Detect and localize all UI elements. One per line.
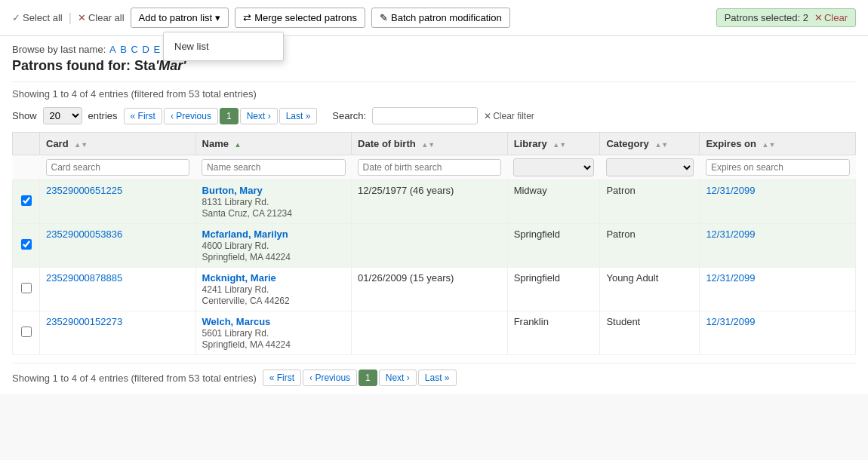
card-search-input[interactable] — [46, 159, 190, 176]
table-row: 23529000651225 Burton, Mary 8131 Library… — [13, 180, 856, 224]
card-link-1[interactable]: 23529000053836 — [46, 228, 122, 240]
sort-card-icon[interactable]: ▲▼ — [74, 141, 88, 149]
toolbar: ✓ Select all | ✕ Clear all Add to patron… — [0, 0, 868, 36]
next-page-button[interactable]: Next › — [240, 108, 278, 124]
table-row: 23529000053836 Mcfarland, Marilyn 4600 L… — [13, 224, 856, 268]
bottom-next-page-button[interactable]: Next › — [379, 370, 417, 386]
dob-value-2: 01/26/2009 (15 years) — [358, 272, 454, 284]
add-to-patron-list-button[interactable]: Add to patron list ▾ — [131, 8, 229, 28]
row-checkbox-cell — [13, 268, 40, 311]
col-expires[interactable]: Expires on ▲▼ — [700, 133, 856, 155]
expires-value-1: 12/31/2099 — [706, 228, 755, 240]
name-link-1[interactable]: Mcfarland, Marilyn — [202, 228, 288, 240]
batch-modification-button[interactable]: ✎ Batch patron modification — [371, 8, 510, 28]
expires-value-0: 12/31/2099 — [706, 185, 755, 196]
name-link-3[interactable]: Welch, Marcus — [202, 316, 271, 327]
address2-3: Springfield, MA 44224 — [202, 339, 291, 350]
col-dob[interactable]: Date of birth ▲▼ — [352, 133, 508, 155]
patrons-found-text: Patrons found for: Sta — [12, 58, 155, 73]
browse-letter-c[interactable]: C — [131, 44, 138, 55]
search-input[interactable] — [372, 107, 478, 124]
browse-letter-d[interactable]: D — [143, 44, 149, 55]
name-link-2[interactable]: Mcknight, Marie — [202, 272, 276, 284]
row-dob-cell — [352, 311, 508, 355]
category-search-select[interactable]: Patron Young Adult Student — [606, 158, 694, 176]
browse-by-lastname: Browse by last name: A B C D E … S T U V… — [12, 44, 856, 55]
show-label: Show — [12, 110, 37, 121]
category-value-2: Young Adult — [606, 272, 658, 284]
card-link-0[interactable]: 23529000651225 — [46, 185, 122, 196]
name-link-0[interactable]: Burton, Mary — [202, 185, 263, 196]
row-library-cell: Springfield — [507, 268, 600, 311]
select-all-label: Select all — [23, 12, 63, 23]
bottom-previous-page-button[interactable]: ‹ Previous — [303, 370, 357, 386]
table-row: 23529000878885 Mcknight, Marie 4241 Libr… — [13, 268, 856, 311]
col-card[interactable]: Card ▲▼ — [40, 133, 196, 155]
expires-value-3: 12/31/2099 — [706, 316, 755, 327]
last-page-button[interactable]: Last » — [279, 108, 318, 124]
browse-letter-e[interactable]: E — [154, 44, 161, 55]
library-value-1: Springfield — [514, 228, 560, 240]
merge-patrons-button[interactable]: ⇄ Merge selected patrons — [235, 8, 365, 28]
row-checkbox-cell — [13, 224, 40, 268]
name-search-input[interactable] — [202, 159, 346, 176]
row-dob-cell — [352, 224, 508, 268]
bottom-last-page-button[interactable]: Last » — [418, 370, 457, 386]
new-list-option[interactable]: New list — [164, 35, 283, 57]
row-checkbox-3[interactable] — [21, 327, 32, 337]
col-category[interactable]: Category ▲▼ — [600, 133, 700, 155]
pagination-bottom: « First ‹ Previous 1 Next › Last » — [263, 370, 457, 386]
patrons-selected-badge: Patrons selected: 2 ✕ Clear — [716, 8, 856, 27]
add-to-list-dropdown: New list — [163, 32, 284, 61]
separator: | — [69, 11, 72, 25]
sort-category-icon[interactable]: ▲▼ — [654, 141, 668, 149]
category-value-1: Patron — [606, 228, 635, 240]
clear-filter-link[interactable]: ✕ Clear filter — [484, 111, 534, 121]
clear-all-link[interactable]: ✕ Clear all — [78, 12, 125, 23]
expires-value-2: 12/31/2099 — [706, 272, 755, 284]
library-value-0: Midway — [514, 185, 547, 196]
row-expires-cell: 12/31/2099 — [700, 180, 856, 224]
merge-icon: ⇄ — [243, 12, 251, 23]
row-checkbox-0[interactable] — [21, 195, 32, 206]
pencil-icon: ✎ — [380, 12, 388, 23]
library-search-select[interactable]: Midway Springfield Franklin — [513, 158, 594, 176]
bottom-first-page-button[interactable]: « First — [263, 370, 301, 386]
clear-all-label: Clear all — [88, 12, 125, 23]
row-checkbox-2[interactable] — [21, 283, 32, 293]
sort-expires-icon[interactable]: ▲▼ — [762, 141, 775, 149]
clear-filter-label: Clear filter — [493, 111, 534, 121]
clear-filter-x-icon: ✕ — [484, 111, 491, 121]
card-link-2[interactable]: 23529000878885 — [46, 272, 122, 284]
select-all-link[interactable]: ✓ Select all — [12, 12, 63, 23]
category-value-0: Patron — [606, 185, 635, 196]
top-entries-info: Showing 1 to 4 of 4 entries (filtered fr… — [12, 81, 856, 100]
row-checkbox-1[interactable] — [21, 239, 32, 250]
row-card-cell: 23529000878885 — [40, 268, 196, 311]
card-link-3[interactable]: 23529000152273 — [46, 316, 122, 327]
library-value-3: Franklin — [514, 316, 549, 327]
first-page-button[interactable]: « First — [124, 108, 162, 124]
library-value-2: Springfield — [514, 272, 560, 284]
sort-name-icon[interactable]: ▲ — [235, 141, 242, 149]
row-card-cell: 23529000152273 — [40, 311, 196, 355]
browse-letter-b[interactable]: B — [120, 44, 127, 55]
row-library-cell: Franklin — [507, 311, 600, 355]
dropdown-arrow-icon: ▾ — [215, 12, 220, 23]
row-name-cell: Mcfarland, Marilyn 4600 Library Rd. Spri… — [195, 224, 352, 268]
search-library-col: Midway Springfield Franklin — [507, 155, 600, 180]
clear-selection-link[interactable]: ✕ Clear — [814, 12, 848, 23]
sort-library-icon[interactable]: ▲▼ — [553, 141, 566, 149]
check-icon: ✓ — [12, 12, 20, 23]
entries-label: entries — [88, 110, 118, 121]
dob-search-input[interactable] — [358, 159, 502, 176]
expires-search-input[interactable] — [706, 159, 850, 176]
sort-dob-icon[interactable]: ▲▼ — [421, 141, 435, 149]
bottom-entries-info: Showing 1 to 4 of 4 entries (filtered fr… — [12, 373, 257, 384]
col-library[interactable]: Library ▲▼ — [507, 133, 600, 155]
col-name[interactable]: Name ▲ — [195, 133, 352, 155]
address2-1: Springfield, MA 44224 — [202, 252, 291, 262]
browse-letter-a[interactable]: A — [109, 44, 116, 55]
show-select[interactable]: 10 20 50 100 — [43, 107, 82, 124]
previous-page-button[interactable]: ‹ Previous — [164, 108, 218, 124]
